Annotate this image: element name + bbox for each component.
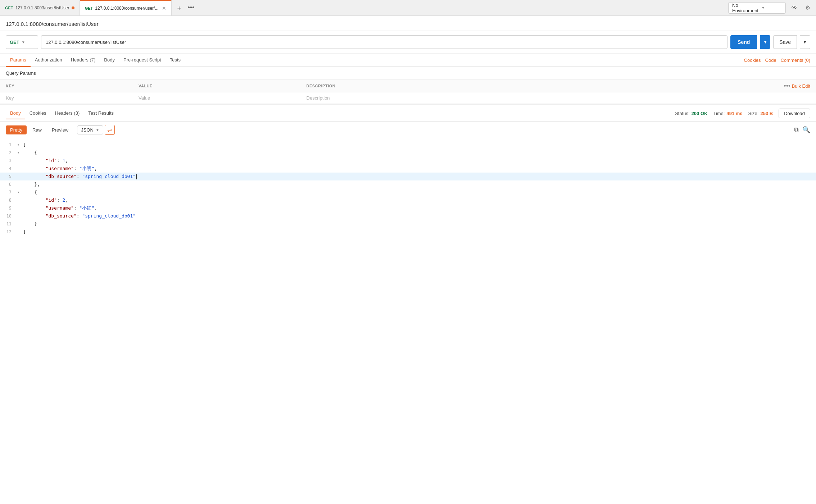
size-value: 253 B (760, 111, 773, 116)
size-label: Size: (748, 111, 759, 116)
code-line-10: 10 "db_source": "spring_cloud_db01" (0, 212, 816, 220)
tab-authorization[interactable]: Authorization (31, 54, 67, 67)
line-num-7: 7 (0, 188, 17, 196)
param-description-cell[interactable]: Description (301, 92, 567, 104)
line-arrow-1[interactable]: ▾ (17, 141, 23, 149)
fmt-tab-pretty[interactable]: Pretty (6, 125, 27, 134)
status-label: Status: (675, 111, 689, 116)
code-line-6: 6 }, (0, 180, 816, 188)
param-value-cell[interactable]: Value (133, 92, 301, 104)
url-input[interactable] (41, 35, 727, 49)
resp-tab-headers[interactable]: Headers (3) (51, 107, 84, 119)
page-title: 127.0.0.1:8080/consumer/user/listUser (0, 16, 816, 31)
resp-tab-cookies[interactable]: Cookies (25, 107, 51, 119)
tab-headers[interactable]: Headers (7) (67, 54, 100, 67)
environment-selector[interactable]: No Environment ▼ (728, 2, 786, 14)
download-button[interactable]: Download (779, 109, 810, 118)
gear-icon[interactable]: ⚙ (803, 3, 812, 13)
status-indicator: Status: 200 OK (675, 111, 707, 116)
eye-icon[interactable]: 👁 (789, 3, 799, 13)
response-section: Body Cookies Headers (3) Test Results St… (0, 104, 816, 504)
code-link[interactable]: Code (765, 58, 776, 63)
line-num-4: 4 (0, 165, 17, 173)
tab2-close-icon[interactable]: ✕ (162, 5, 166, 11)
response-tabs-bar: Body Cookies Headers (3) Test Results St… (0, 105, 816, 122)
param-key-cell[interactable]: Key (0, 92, 133, 104)
format-bar: Pretty Raw Preview JSON ▼ ⇌ ⧉ 🔍 (0, 122, 816, 138)
tab-prerequest[interactable]: Pre-request Script (119, 54, 166, 67)
line-num-10: 10 (0, 212, 17, 220)
environment-chevron-icon: ▼ (761, 6, 782, 10)
request-tabs: Params Authorization Headers (7) Body Pr… (0, 54, 816, 67)
more-tabs-button[interactable]: ••• (186, 3, 196, 13)
tab-params[interactable]: Params (6, 54, 31, 67)
line-num-8: 8 (0, 196, 17, 204)
method-text: GET (10, 40, 19, 45)
code-line-11: 11 } (0, 220, 816, 228)
col-key: KEY (0, 80, 133, 92)
param-row: Key Value Description (0, 92, 816, 104)
cookies-link[interactable]: Cookies (744, 58, 761, 63)
tab1-url: 127.0.0.1:8003/user/listUser (15, 5, 69, 10)
line-arrow-2[interactable]: ▾ (17, 149, 23, 157)
tab-body[interactable]: Body (100, 54, 119, 67)
line-num-6: 6 (0, 180, 17, 188)
tab2-method: GET (85, 6, 93, 10)
comments-link[interactable]: Comments (0) (781, 58, 810, 63)
line-content-4: "username": "小明", (23, 165, 816, 173)
resp-tab-body[interactable]: Body (6, 107, 25, 119)
line-num-11: 11 (0, 220, 17, 228)
code-line-1: 1 ▾ [ (0, 141, 816, 149)
req-tab-right-links: Cookies Code Comments (0) (744, 58, 810, 63)
line-content-6: }, (23, 180, 816, 188)
tab1-method: GET (5, 6, 13, 10)
line-content-5: "db_source": "spring_cloud_db01" (23, 173, 816, 180)
main-container: 127.0.0.1:8080/consumer/user/listUser GE… (0, 16, 816, 504)
line-num-9: 9 (0, 204, 17, 212)
format-selector[interactable]: JSON ▼ (77, 125, 103, 134)
code-line-4: 4 "username": "小明", (0, 165, 816, 173)
code-line-9: 9 "username": "小红", (0, 204, 816, 212)
fmt-tab-raw[interactable]: Raw (28, 125, 46, 134)
resp-tab-test-results[interactable]: Test Results (84, 107, 118, 119)
method-selector[interactable]: GET ▼ (6, 35, 38, 49)
line-content-12: ] (23, 228, 816, 236)
format-label: JSON (81, 127, 94, 133)
size-indicator: Size: 253 B (748, 111, 773, 116)
time-label: Time: (713, 111, 725, 116)
search-icon[interactable]: 🔍 (802, 126, 810, 134)
line-num-2: 2 (0, 149, 17, 157)
tab-actions: ＋ ••• (172, 0, 199, 15)
line-num-12: 12 (0, 228, 17, 236)
tab-tests[interactable]: Tests (166, 54, 185, 67)
query-params-section: Query Params KEY VALUE DESCRIPTION ••• B… (0, 67, 816, 104)
line-num-1: 1 (0, 141, 17, 149)
save-dropdown-button[interactable]: ▼ (800, 35, 810, 49)
line-arrow-7[interactable]: ▾ (17, 188, 23, 196)
code-line-12: 12 ] (0, 228, 816, 236)
line-content-3: "id": 1, (23, 157, 816, 165)
col-description: DESCRIPTION (301, 80, 567, 92)
send-button[interactable]: Send (730, 35, 757, 49)
line-content-8: "id": 2, (23, 196, 816, 204)
line-content-1: [ (23, 141, 816, 149)
add-tab-button[interactable]: ＋ (174, 2, 184, 14)
tab-2[interactable]: GET 127.0.0.1:8080/consumer/user/... ✕ (80, 0, 172, 15)
save-button[interactable]: Save (773, 35, 797, 49)
more-options-icon[interactable]: ••• (784, 83, 790, 89)
bulk-edit-button[interactable]: Bulk Edit (792, 83, 810, 89)
wrap-icon[interactable]: ⇌ (105, 125, 115, 135)
code-line-2: 2 ▾ { (0, 149, 816, 157)
line-content-2: { (23, 149, 816, 157)
col-bulk: ••• Bulk Edit (567, 80, 816, 92)
tab-bar: GET 127.0.0.1:8003/user/listUser GET 127… (0, 0, 816, 16)
environment-label: No Environment (732, 3, 758, 13)
code-editor[interactable]: 1 ▾ [ 2 ▾ { 3 "id": 1, 4 "username": "小明… (0, 138, 816, 504)
line-content-10: "db_source": "spring_cloud_db01" (23, 212, 816, 220)
fmt-tab-preview[interactable]: Preview (47, 125, 73, 134)
send-dropdown-button[interactable]: ▼ (760, 35, 770, 49)
line-num-3: 3 (0, 157, 17, 165)
copy-icon[interactable]: ⧉ (794, 126, 799, 134)
tab-1[interactable]: GET 127.0.0.1:8003/user/listUser (0, 0, 80, 15)
line-content-9: "username": "小红", (23, 204, 816, 212)
